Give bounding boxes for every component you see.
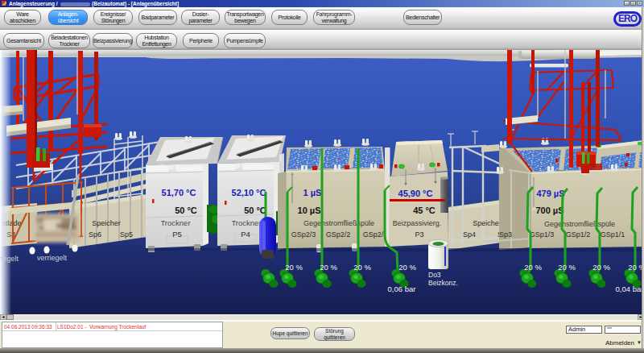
svg-text:0,06 bar: 0,06 bar <box>388 284 416 293</box>
svg-text:20 %: 20 % <box>353 263 371 272</box>
svg-text:Speicher: Speicher <box>92 219 121 227</box>
svg-text:20 %: 20 % <box>592 263 610 272</box>
svg-text:52,10 °C: 52,10 °C <box>232 188 266 197</box>
svg-text:Gegenstromfließspüle: Gegenstromfließspüle <box>303 219 374 227</box>
svg-text:GSp1/3: GSp1/3 <box>530 230 555 239</box>
svg-text:51,70 °C: 51,70 °C <box>162 188 196 197</box>
svg-text:45,90 °C: 45,90 °C <box>398 189 433 198</box>
svg-text:Beizkonz.: Beizkonz. <box>428 279 458 287</box>
svg-text:Sp5: Sp5 <box>120 230 133 239</box>
svg-text:P5: P5 <box>172 230 182 239</box>
svg-text:0,04 bar: 0,04 bar <box>616 284 644 293</box>
svg-text:20 %: 20 % <box>524 263 542 272</box>
svg-text:50 °C: 50 °C <box>244 206 266 215</box>
svg-text:GSp2/3: GSp2/3 <box>291 230 316 239</box>
svg-text:GSp2/2: GSp2/2 <box>326 230 351 239</box>
svg-text:Trockner: Trockner <box>160 218 190 227</box>
svg-text:20 %: 20 % <box>558 263 576 272</box>
svg-text:20 %: 20 % <box>398 263 416 272</box>
svg-text:10 µS: 10 µS <box>298 206 321 215</box>
svg-text:Do3: Do3 <box>428 271 441 279</box>
svg-text:20 %: 20 % <box>320 263 337 272</box>
svg-text:P3: P3 <box>415 230 423 239</box>
svg-text:GSp1/2: GSp1/2 <box>566 230 591 239</box>
svg-text:verriegelt: verriegelt <box>37 254 68 262</box>
svg-text:Beizpassivierg.: Beizpassivierg. <box>393 219 442 227</box>
svg-text:Trockner: Trockner <box>231 218 261 227</box>
svg-text:45 °C: 45 °C <box>413 206 436 215</box>
svg-text:P4: P4 <box>241 230 250 239</box>
svg-text:Sp4: Sp4 <box>463 230 476 239</box>
svg-text:20 %: 20 % <box>285 263 303 272</box>
svg-text:700 µS: 700 µS <box>535 206 564 215</box>
svg-text:1 µS: 1 µS <box>303 188 322 197</box>
svg-text:Gegenstromfließspüle: Gegenstromfließspüle <box>544 220 615 228</box>
svg-text:50 °C: 50 °C <box>175 206 197 215</box>
svg-text:Sp3: Sp3 <box>499 230 512 239</box>
svg-text:Sp6: Sp6 <box>89 230 101 239</box>
svg-text:Speicher: Speicher <box>473 219 502 227</box>
svg-text:GSp1/1: GSp1/1 <box>601 230 625 239</box>
svg-text:479 µS: 479 µS <box>536 189 564 198</box>
svg-text:verriegelt: verriegelt <box>0 255 19 263</box>
